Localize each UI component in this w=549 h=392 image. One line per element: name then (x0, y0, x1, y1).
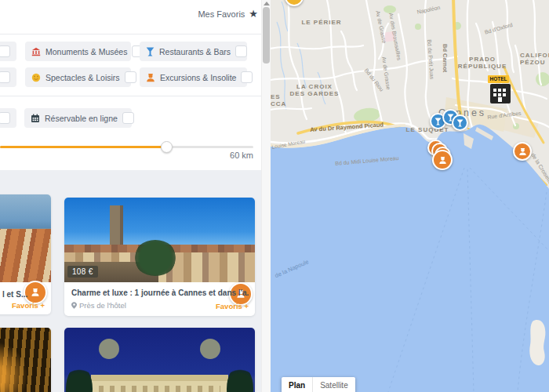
checkbox[interactable] (0, 112, 10, 124)
comedy-mask-icon (31, 73, 41, 82)
hotel-label[interactable]: HOTEL (488, 75, 509, 83)
distance-slider[interactable] (0, 146, 253, 148)
maptype-control: Plan Satellite (282, 377, 355, 392)
map-marker-excursion[interactable] (513, 142, 532, 161)
divider (0, 96, 261, 96)
my-favorites-label: Mes Favoris (198, 9, 245, 19)
filter-label: Monuments & Musées (45, 47, 127, 56)
filter-pill-bookable[interactable]: Réservable en ligne (24, 108, 132, 128)
filter-pill-excursions[interactable]: Excursions & Insolite (140, 67, 247, 87)
divider (0, 34, 261, 34)
card-location-label: Près de l'hôtel (79, 301, 126, 310)
card-location: Près de l'hôtel (71, 301, 126, 310)
distance-value: 60 km (230, 151, 253, 160)
filter-pill-monuments[interactable]: Monuments & Musées (25, 42, 131, 61)
map-satellite-button[interactable]: Satellite (313, 377, 355, 392)
checkbox[interactable] (235, 45, 247, 57)
district-line: DES GARDES (290, 90, 340, 97)
museum-icon (31, 47, 41, 56)
checkbox[interactable] (125, 71, 136, 83)
district-label: LE PÉRIER (294, 19, 349, 26)
filter-label: Réservable en ligne (45, 114, 118, 123)
card-image (0, 328, 51, 392)
guide-person-icon (518, 147, 527, 156)
scroll-up-arrow-icon[interactable] (264, 2, 270, 5)
district-label: CALIFORNIE PÉZOU (520, 52, 549, 66)
map-canvas[interactable]: LE PÉRIER LA CROIX DES GARDES PRADO RÉPU… (271, 0, 549, 392)
road-label: Bd Carnot (442, 44, 449, 72)
result-card-partial[interactable]: l et S... Favoris + (0, 194, 51, 314)
result-card[interactable]: 108 € Charme et luxe : 1 journée à Canne… (64, 198, 255, 316)
checkbox[interactable] (0, 71, 10, 83)
card-image (0, 194, 51, 282)
checkbox[interactable] (122, 112, 134, 124)
filter-pill-partial-1[interactable] (0, 42, 16, 61)
district-line: PÉZOU (520, 59, 546, 66)
my-favorites-header[interactable]: Mes Favoris ★ (198, 9, 258, 19)
favorites-link[interactable]: Favoris + (216, 302, 249, 310)
slider-handle[interactable] (161, 141, 173, 153)
checkbox[interactable] (0, 45, 10, 57)
location-pin-icon (71, 302, 77, 309)
district-line: ES (271, 93, 281, 100)
scrollbar-thumb[interactable] (263, 7, 270, 64)
map-marker-excursion[interactable] (432, 150, 453, 170)
district-line: RÉPUBLIQUE (458, 63, 507, 70)
filter-pill-partial-2[interactable] (0, 67, 16, 87)
district-line: LA CROIX (296, 83, 333, 90)
slider-fill (0, 146, 167, 148)
district-label-clipped: ES CCA (271, 93, 286, 107)
filter-pill-spectacles[interactable]: Spectacles & Loisirs (25, 67, 131, 87)
district-line: PRADO (469, 56, 496, 63)
calendar-icon (31, 114, 40, 123)
guide-person-icon (438, 156, 447, 165)
cocktail-icon (456, 119, 464, 127)
district-line: CALIFORNIE (520, 52, 549, 59)
map-plan-button[interactable]: Plan (282, 377, 312, 392)
card-image (64, 328, 255, 392)
favorites-link[interactable]: Favoris + (12, 301, 45, 310)
filter-pill-partial-3[interactable] (0, 108, 16, 128)
district-label: PRADO RÉPUBLIQUE (449, 56, 515, 70)
cocktail-icon (434, 118, 442, 125)
map-marker-restaurant[interactable] (452, 114, 468, 131)
star-icon: ★ (249, 9, 258, 19)
card-title: Charme et luxe : 1 journée à Cannes et d… (71, 289, 249, 297)
district-line: CCA (271, 100, 286, 107)
filter-pill-restaurants[interactable]: Restaurants & Bars (140, 42, 247, 61)
filter-label: Spectacles & Loisirs (45, 73, 120, 82)
panel-scrollbar[interactable] (261, 0, 271, 392)
filter-label: Excursions & Insolite (160, 73, 236, 82)
district-label: LA CROIX DES GARDES (278, 83, 351, 97)
cocktail-icon (146, 47, 155, 56)
guide-person-icon (146, 73, 155, 82)
hotel-building-icon[interactable] (490, 84, 511, 103)
checkbox[interactable] (241, 71, 253, 83)
result-card[interactable] (64, 328, 255, 392)
filter-label: Restaurants & Bars (159, 47, 231, 56)
result-card-partial[interactable] (0, 328, 51, 392)
card-title: l et S... (2, 290, 49, 299)
filters-panel: Mes Favoris ★ Monuments & Musées Restaur… (0, 0, 271, 392)
price-badge: 108 € (67, 266, 98, 278)
